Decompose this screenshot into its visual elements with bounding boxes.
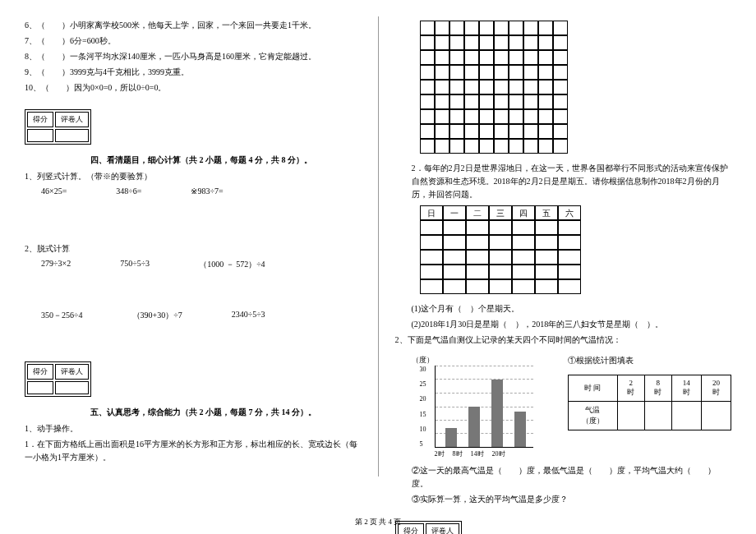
s4-q1: 1、列竖式计算。（带※的要验算）	[25, 170, 362, 183]
column-divider	[378, 16, 379, 476]
cal-day: 五	[535, 205, 558, 220]
th-temp: 气温（度）	[568, 402, 617, 430]
cal-day: 三	[489, 205, 512, 220]
section-4-title: 四、看清题目，细心计算（共 2 小题，每题 4 分，共 8 分）。	[25, 154, 362, 166]
grader-label: 评卷人	[55, 112, 89, 127]
s5-q2-sub2: (2)2018年1月30日是星期（ ），2018年的三八妇女节是星期（ ）。	[395, 318, 732, 331]
chart-container: （度） 30 25 20 15 10 5	[395, 355, 732, 456]
q8: 8、（ ）一条河平均水深140厘米，一匹小马身高是160厘米，它肯定能趟过。	[25, 50, 362, 63]
s5-q3: 2、下面是气温自测仪上记录的某天四个不同时间的气温情况：	[395, 334, 732, 347]
temp-table: 时 间 2时 8时 14时 20时 气温（度）	[568, 375, 732, 430]
bar-20h	[514, 412, 526, 447]
score-label: 得分	[27, 364, 53, 380]
x-labels: 2时 8时 14时 20时	[435, 449, 505, 458]
q10: 10、（ ）因为0×0=0，所以0÷0=0。	[25, 81, 362, 94]
section-5-title: 五、认真思考，综合能力（共 2 小题，每题 7 分，共 14 分）。	[25, 407, 362, 418]
page-footer: 第 2 页 共 4 页	[0, 517, 756, 527]
calc3a: 350－256÷4	[41, 310, 83, 321]
calc1b: 348÷6=	[116, 186, 141, 196]
s5-q2-sub1: (1)这个月有（ ）个星期天。	[395, 302, 732, 315]
calc-row-2: 279÷3×2 750÷5÷3 （1000 － 572）÷4	[25, 259, 362, 270]
s4-q2: 2、脱式计算	[25, 242, 362, 255]
bar-2h	[445, 428, 457, 447]
calc2c: （1000 － 572）÷4	[199, 259, 265, 270]
cal-day: 二	[466, 205, 489, 220]
table-title: ①根据统计图填表	[568, 355, 732, 366]
y-axis: 30 25 20 15 10 5	[420, 366, 426, 448]
th-time: 时 间	[568, 375, 617, 402]
chart-ylabel: （度）	[412, 355, 543, 366]
right-column: 2．每年的2月2日是世界湿地日，在这一天，世界各国都举行不同形式的活动来宣传保护…	[395, 16, 732, 534]
calc1c: ※983÷7=	[191, 186, 223, 196]
xtick: 2时	[435, 449, 445, 458]
q6: 6、（ ）小明家离学校500米，他每天上学，回家，一个来回一共要走1千米。	[25, 19, 362, 32]
left-column: 6、（ ）小明家离学校500米，他每天上学，回家，一个来回一共要走1千米。 7、…	[25, 16, 362, 534]
cal-day: 六	[558, 205, 581, 220]
calc3b: （390+30）÷7	[132, 310, 182, 321]
xtick: 20时	[492, 449, 505, 458]
calc2a: 279÷3×2	[41, 259, 71, 270]
bar-8h	[468, 407, 480, 448]
cal-day: 日	[420, 205, 443, 220]
s5-q1-sub: 1．在下面方格纸上画出面积是16平方厘米的长方形和正方形，标出相应的长、宽或边长…	[25, 438, 362, 464]
score-box-4: 得分 评卷人	[25, 109, 91, 145]
ytick: 5	[420, 440, 426, 448]
time-cell: 14时	[671, 375, 701, 402]
ytick: 10	[420, 426, 426, 433]
time-cell: 20时	[701, 375, 731, 402]
q7: 7、（ ）6分=600秒。	[25, 35, 362, 48]
calc-row-3: 350－256÷4 （390+30）÷7 2340÷5÷3	[25, 310, 362, 321]
xtick: 8时	[453, 449, 463, 458]
s5-q3-sub2: ②这一天的最高气温是（ ）度，最低气温是（ ）度，平均气温大约（ ）度。	[395, 464, 732, 490]
time-cell: 8时	[644, 375, 671, 402]
calc-row-1: 46×25= 348÷6= ※983÷7=	[25, 186, 362, 196]
ytick: 25	[420, 380, 426, 388]
bar-14h	[491, 380, 503, 447]
s5-q2: 2．每年的2月2日是世界湿地日，在这一天，世界各国都举行不同形式的活动来宣传保护…	[395, 162, 732, 201]
drawing-grid	[420, 21, 732, 154]
xtick: 14时	[471, 449, 484, 458]
ytick: 15	[420, 411, 426, 418]
plot-area	[435, 366, 533, 448]
score-box-5: 得分 评卷人	[25, 361, 91, 397]
ytick: 20	[420, 395, 426, 403]
score-label: 得分	[27, 112, 53, 127]
q9: 9、（ ）3999克与4千克相比，3999克重。	[25, 66, 362, 79]
cal-day: 一	[443, 205, 466, 220]
s5-q3-sub3: ③实际算一算，这天的平均气温是多少度？	[395, 493, 732, 506]
ytick: 30	[420, 366, 426, 373]
calc3c: 2340÷5÷3	[232, 310, 265, 321]
grader-label: 评卷人	[55, 364, 89, 380]
bar-chart: 30 25 20 15 10 5	[420, 366, 543, 456]
calc1a: 46×25=	[41, 186, 67, 196]
time-cell: 2时	[617, 375, 644, 402]
cal-day: 四	[512, 205, 535, 220]
calc2b: 750÷5÷3	[120, 259, 150, 270]
s5-q1: 1、动手操作。	[25, 422, 362, 435]
calendar-grid: 日 一 二 三 四 五 六	[420, 205, 732, 294]
